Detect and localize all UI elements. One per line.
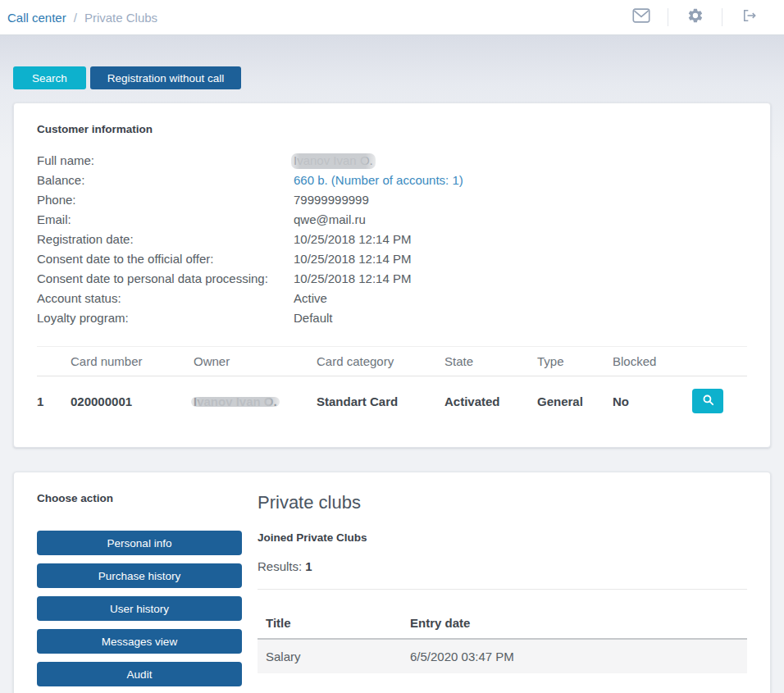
field-label-consent-offer: Consent date to the official offer: <box>37 249 294 269</box>
gear-icon <box>687 7 704 27</box>
field-label-registration-date: Registration date: <box>37 230 294 249</box>
card-type-cell: General <box>537 376 613 426</box>
header-card-number: Card number <box>71 347 194 376</box>
field-value-email: qwe@mail.ru <box>294 210 747 230</box>
user-history-button[interactable]: User history <box>37 596 242 621</box>
field-label-full-name: Full name: <box>37 151 294 171</box>
header-type: Type <box>537 347 613 376</box>
results-label: Results: <box>258 559 302 573</box>
header-index <box>37 347 71 376</box>
header-action <box>692 347 747 376</box>
personal-info-button[interactable]: Personal info <box>37 531 242 555</box>
search-icon <box>701 393 715 409</box>
header-entry-date: Entry date <box>402 608 747 639</box>
club-title-cell: Salary <box>258 639 402 673</box>
field-value-consent-personal-data: 10/25/2018 12:14 PM <box>294 269 747 289</box>
field-label-consent-personal-data: Consent date to personal data processing… <box>37 269 294 289</box>
mail-icon <box>632 8 650 26</box>
field-value-balance-link[interactable]: 660 b. (Number of accounts: 1) <box>294 171 747 190</box>
top-header-bar: Call center / Private Clubs <box>0 0 784 35</box>
card-blocked-cell: No <box>613 376 692 426</box>
page-background: Search Registration without call Custome… <box>0 35 784 693</box>
settings-button[interactable] <box>668 7 722 27</box>
breadcrumb-call-center[interactable]: Call center <box>7 11 66 25</box>
toolbar: Search Registration without call <box>13 66 771 89</box>
customer-information-title: Customer information <box>37 123 747 135</box>
card-row: 1 020000001 Ivanov Ivan O. Standart Card… <box>37 376 747 426</box>
header-state: State <box>444 347 537 376</box>
logout-icon <box>741 7 758 27</box>
redacted-owner-name: Ivanov Ivan O. <box>194 394 277 408</box>
cards-table-header-row: Card number Owner Card category State Ty… <box>37 347 747 376</box>
field-value-full-name: Ivanov Ivan O. <box>294 151 747 171</box>
private-clubs-card: Choose action Personal info Purchase his… <box>13 472 771 693</box>
messages-view-button[interactable]: Messages view <box>37 629 242 654</box>
purchase-history-button[interactable]: Purchase history <box>37 563 242 588</box>
card-action-cell <box>692 376 747 426</box>
card-state-cell: Activated <box>444 376 537 426</box>
cards-table: Card number Owner Card category State Ty… <box>37 346 747 426</box>
clubs-table-header-row: Title Entry date <box>258 608 747 639</box>
header-title: Title <box>258 608 402 639</box>
clubs-table: Title Entry date Salary 6/5/2020 03:47 P… <box>258 608 747 673</box>
private-clubs-panel: Private clubs Joined Private Clubs Resul… <box>258 492 747 693</box>
card-view-button[interactable] <box>692 389 723 413</box>
clubs-divider <box>258 589 747 590</box>
card-number-cell: 020000001 <box>71 376 194 426</box>
choose-action-title: Choose action <box>37 492 242 504</box>
breadcrumb-separator: / <box>74 11 77 25</box>
field-label-phone: Phone: <box>37 190 294 210</box>
breadcrumb: Call center / Private Clubs <box>7 11 157 25</box>
results-line: Results: 1 <box>258 559 747 573</box>
registration-without-call-button[interactable]: Registration without call <box>90 66 242 89</box>
header-icons <box>614 7 776 27</box>
customer-fields: Full name: Ivanov Ivan O. Balance: 660 b… <box>37 151 747 328</box>
mail-button[interactable] <box>614 8 668 26</box>
field-value-loyalty-program: Default <box>294 308 747 328</box>
card-owner-cell: Ivanov Ivan O. <box>194 376 317 426</box>
header-owner: Owner <box>194 347 317 376</box>
results-count: 1 <box>305 559 312 573</box>
header-card-category: Card category <box>317 347 444 376</box>
choose-action-panel: Choose action Personal info Purchase his… <box>37 492 242 693</box>
card-row-index: 1 <box>37 376 71 426</box>
customer-information-card: Customer information Full name: Ivanov I… <box>13 103 771 448</box>
joined-private-clubs-subtitle: Joined Private Clubs <box>258 531 747 544</box>
field-label-account-status: Account status: <box>37 289 294 308</box>
club-row: Salary 6/5/2020 03:47 PM <box>258 639 747 673</box>
field-value-registration-date: 10/25/2018 12:14 PM <box>294 230 747 249</box>
field-value-consent-offer: 10/25/2018 12:14 PM <box>294 249 747 269</box>
private-clubs-title: Private clubs <box>258 492 747 513</box>
audit-button[interactable]: Audit <box>37 662 242 686</box>
field-value-phone: 79999999999 <box>294 190 747 210</box>
breadcrumb-private-clubs: Private Clubs <box>84 11 157 25</box>
header-blocked: Blocked <box>613 347 692 376</box>
field-value-account-status: Active <box>294 289 747 308</box>
search-button[interactable]: Search <box>13 66 86 89</box>
club-entry-date-cell: 6/5/2020 03:47 PM <box>402 639 747 673</box>
redacted-name: Ivanov Ivan O. <box>294 151 373 171</box>
field-label-email: Email: <box>37 210 294 230</box>
logout-button[interactable] <box>722 7 776 27</box>
field-label-loyalty-program: Loyalty program: <box>37 308 294 328</box>
card-category-cell: Standart Card <box>317 376 444 426</box>
field-label-balance: Balance: <box>37 171 294 190</box>
